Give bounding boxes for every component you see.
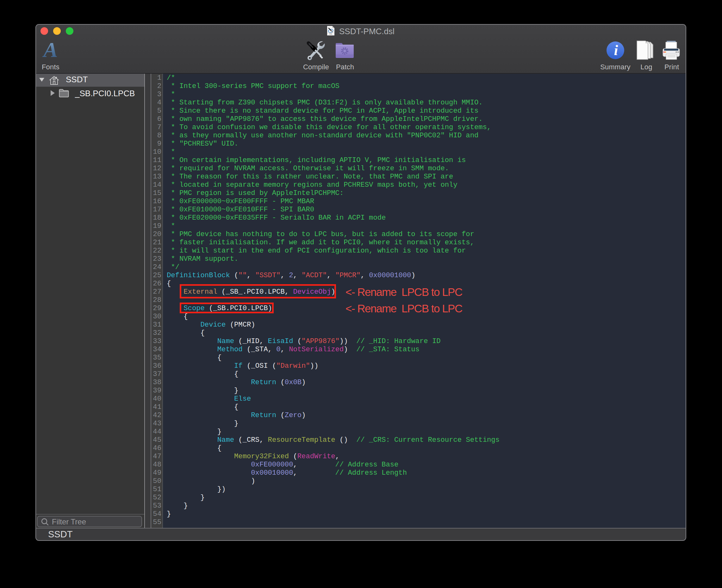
svg-text:DSL: DSL xyxy=(330,33,333,35)
svg-text:i: i xyxy=(614,42,618,58)
